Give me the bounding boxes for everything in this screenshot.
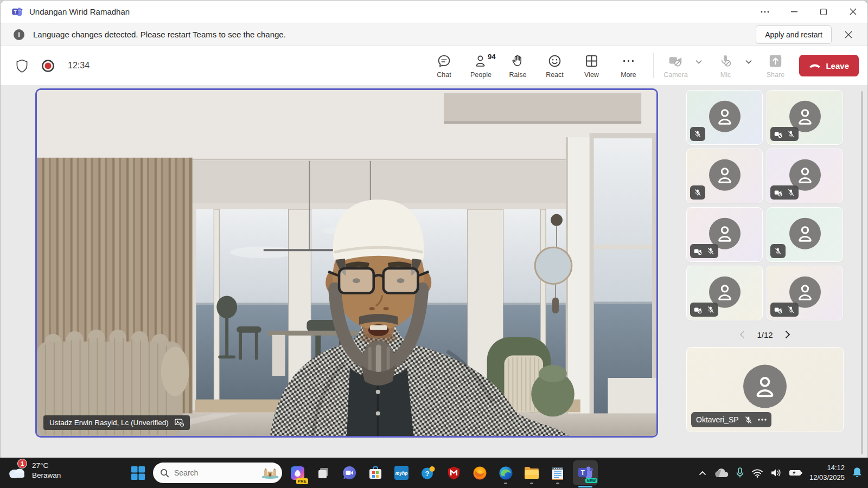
weather-temperature: 27°C xyxy=(32,461,61,471)
speaker-name-label: Ustadz Erwin Rasyid, Lc (Unverified) xyxy=(43,415,190,430)
self-name-badge: Oktaveri_SP xyxy=(691,412,771,427)
teams-window: T Undangan Wirid Ramadhan i Language cha… xyxy=(0,0,868,458)
mic-off-icon xyxy=(693,130,702,138)
avatar xyxy=(709,100,741,132)
participant-tile[interactable] xyxy=(767,90,843,145)
react-button[interactable]: React xyxy=(538,53,571,79)
gallery-pagination: 1/12 xyxy=(686,329,844,341)
edge-icon[interactable] xyxy=(495,461,516,485)
status-badge xyxy=(770,303,799,317)
speaker-video-tile[interactable]: Ustadz Erwin Rasyid, Lc (Unverified) xyxy=(35,88,658,438)
tray-time: 14:12 xyxy=(809,463,845,473)
title-bar: T Undangan Wirid Ramadhan xyxy=(1,1,867,23)
mic-off-icon xyxy=(787,130,795,138)
self-name: Oktaveri_SP xyxy=(696,415,739,424)
more-button[interactable]: More xyxy=(612,53,644,79)
taskbar-search[interactable] xyxy=(153,463,282,483)
file-explorer-icon[interactable] xyxy=(521,461,542,485)
meeting-toolbar: 12:34 Chat 94 People Raise React xyxy=(1,46,867,85)
weather-widget[interactable]: 1 27°C Berawan xyxy=(7,460,61,481)
notepad-icon[interactable] xyxy=(547,461,569,485)
chat-button[interactable]: Chat xyxy=(427,53,460,79)
mic-off-icon xyxy=(706,305,715,314)
tray-chevron-up-icon[interactable] xyxy=(699,471,706,476)
myhp-icon[interactable]: myhp xyxy=(391,461,412,485)
meeting-stage: Ustadz Erwin Rasyid, Lc (Unverified) xyxy=(1,85,867,458)
camera-button[interactable]: Camera xyxy=(659,53,692,79)
leave-label: Leave xyxy=(826,61,849,70)
self-view-tile[interactable]: Oktaveri_SP xyxy=(686,347,844,432)
participant-tile[interactable] xyxy=(686,149,763,203)
mic-options-chevron-icon[interactable] xyxy=(742,60,756,64)
security-shield-icon[interactable] xyxy=(16,59,28,73)
spotlight-icon xyxy=(175,419,184,427)
svg-text:T: T xyxy=(14,9,16,15)
cloud-weather-icon: 1 xyxy=(7,460,27,481)
maximize-button[interactable] xyxy=(809,1,838,23)
camera-label: Camera xyxy=(663,71,687,79)
teams-chat-icon[interactable] xyxy=(339,461,360,485)
apply-restart-button[interactable]: Apply and restart xyxy=(756,25,832,44)
sidebar-scrollbar[interactable] xyxy=(861,91,863,454)
battery-charging-icon[interactable] xyxy=(789,469,802,477)
tray-clock[interactable]: 14:12 12/03/2025 xyxy=(809,463,845,482)
status-badge xyxy=(690,127,705,141)
task-view-icon[interactable] xyxy=(312,461,334,485)
tile-more-icon[interactable] xyxy=(758,419,767,421)
mcafee-icon[interactable] xyxy=(443,461,464,485)
teams-app-icon[interactable]: T NEW xyxy=(573,460,598,485)
participant-tile[interactable] xyxy=(767,149,843,203)
participant-tile[interactable] xyxy=(686,90,763,145)
participant-tile[interactable] xyxy=(686,207,763,262)
mic-button[interactable]: Mic xyxy=(709,53,742,79)
notification-bell-icon[interactable] xyxy=(852,467,863,479)
status-badge xyxy=(690,185,705,200)
mic-off-icon xyxy=(744,415,753,425)
search-input[interactable] xyxy=(174,468,250,477)
camera-options-chevron-icon[interactable] xyxy=(692,60,706,64)
firefox-icon[interactable] xyxy=(469,461,490,485)
bing-daily-image xyxy=(260,467,280,479)
previous-page-chevron-icon[interactable] xyxy=(736,329,748,341)
wifi-icon[interactable] xyxy=(751,468,763,478)
participants-sidebar: 1/12 Oktaveri_SP xyxy=(686,90,844,432)
onedrive-icon[interactable] xyxy=(713,468,729,478)
status-badge xyxy=(770,244,786,258)
taskbar-center: PRE myhp ? xyxy=(127,460,598,485)
camera-off-icon xyxy=(774,305,783,314)
view-button[interactable]: View xyxy=(575,53,608,79)
react-label: React xyxy=(546,71,564,79)
next-page-chevron-icon[interactable] xyxy=(782,329,794,341)
weather-condition: Berawan xyxy=(32,471,61,480)
weather-alert-badge: 1 xyxy=(17,459,27,468)
volume-icon[interactable] xyxy=(770,468,782,478)
mic-off-icon xyxy=(787,305,795,314)
people-count: 94 xyxy=(488,53,495,61)
minimize-button[interactable] xyxy=(780,1,809,23)
window-more-button[interactable] xyxy=(750,1,780,23)
page-indicator: 1/12 xyxy=(757,330,773,339)
mic-in-use-icon[interactable] xyxy=(736,467,744,478)
share-button[interactable]: Share xyxy=(759,53,792,79)
people-button[interactable]: 94 People xyxy=(464,53,497,79)
banner-close-icon[interactable] xyxy=(839,25,858,44)
hp-support-icon[interactable]: ? xyxy=(417,461,438,485)
start-button[interactable] xyxy=(127,461,149,485)
copilot-icon[interactable]: PRE xyxy=(286,461,308,485)
meeting-timer: 12:34 xyxy=(68,61,90,70)
status-badge xyxy=(770,185,799,200)
raise-hand-button[interactable]: Raise xyxy=(501,53,534,79)
microsoft-store-icon[interactable] xyxy=(365,461,386,485)
banner-message: Language changes detected. Please restar… xyxy=(33,30,286,39)
participant-tile[interactable] xyxy=(767,207,843,262)
close-window-button[interactable] xyxy=(838,1,867,23)
recording-indicator-icon xyxy=(41,59,55,73)
windows-taskbar: 1 27°C Berawan PRE xyxy=(0,458,868,488)
camera-off-icon xyxy=(693,305,703,314)
participant-tile[interactable] xyxy=(767,266,843,320)
mic-off-icon xyxy=(693,188,702,197)
more-label: More xyxy=(621,71,636,79)
leave-button[interactable]: Leave xyxy=(799,55,859,76)
status-badge xyxy=(770,127,799,141)
participant-tile[interactable] xyxy=(686,266,763,320)
